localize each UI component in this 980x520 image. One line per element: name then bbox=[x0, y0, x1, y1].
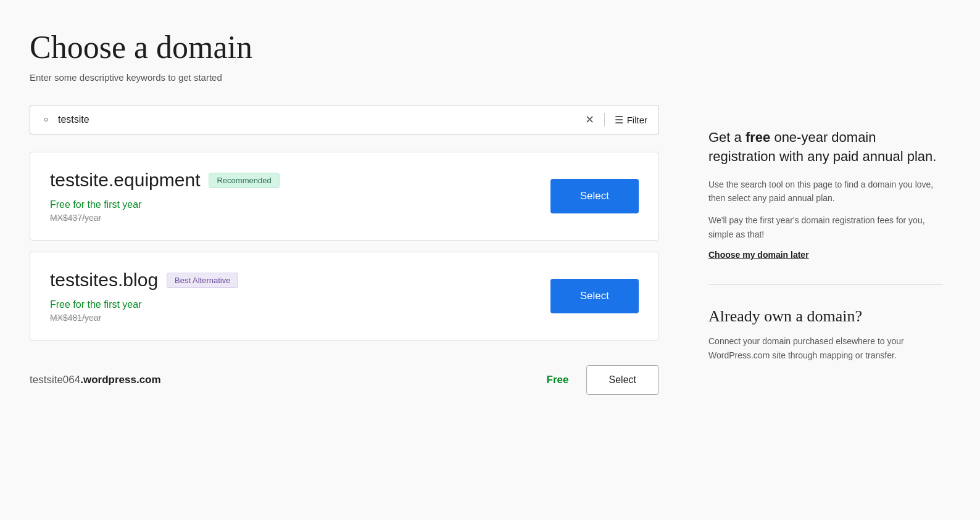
domain-price-free-1: Free for the first year bbox=[50, 199, 550, 210]
select-button-1[interactable]: Select bbox=[550, 179, 639, 213]
domain-card-1-info: testsite.equipment Recommended Free for … bbox=[50, 170, 550, 223]
domain-name-row-2: testsites.blog Best Alternative bbox=[50, 270, 550, 291]
domain-card-1: testsite.equipment Recommended Free for … bbox=[30, 152, 659, 241]
promo-desc-2: We'll pay the first year's domain regist… bbox=[708, 213, 943, 241]
filter-icon: ☰ bbox=[615, 114, 623, 126]
domain-name-2: testsites.blog bbox=[50, 270, 158, 291]
search-icon: ⚬ bbox=[41, 113, 51, 126]
filter-button[interactable]: ☰ Filter bbox=[615, 114, 647, 126]
sidebar-divider bbox=[708, 284, 943, 285]
promo-desc-1: Use the search tool on this page to find… bbox=[708, 178, 943, 205]
promo-title: Get a free one-year domain registration … bbox=[708, 128, 943, 167]
free-domain-row: testsite064.wordpress.com Free Select bbox=[30, 352, 659, 400]
domain-name-row-1: testsite.equipment Recommended bbox=[50, 170, 550, 191]
own-domain-desc: Connect your domain purchased elsewhere … bbox=[708, 334, 943, 362]
own-domain-title: Already own a domain? bbox=[708, 307, 943, 326]
search-bar: ⚬ ✕ ☰ Filter bbox=[30, 105, 659, 134]
search-input[interactable] bbox=[58, 114, 578, 125]
own-domain-section: Already own a domain? Connect your domai… bbox=[708, 307, 943, 362]
domain-price-free-2: Free for the first year bbox=[50, 299, 550, 310]
domain-price-original-2: MX$481/year bbox=[50, 313, 550, 323]
domain-badge-2: Best Alternative bbox=[167, 273, 238, 288]
free-domain-name: testsite064.wordpress.com bbox=[30, 374, 161, 386]
page-title: Choose a domain bbox=[30, 30, 659, 65]
domain-price-original-1: MX$437/year bbox=[50, 213, 550, 223]
promo-box: Get a free one-year domain registration … bbox=[708, 128, 943, 260]
search-divider bbox=[604, 113, 605, 126]
free-domain-select-button[interactable]: Select bbox=[586, 365, 659, 395]
filter-label: Filter bbox=[627, 115, 647, 125]
domain-badge-1: Recommended bbox=[209, 173, 279, 188]
search-clear-button[interactable]: ✕ bbox=[585, 114, 594, 125]
choose-later-link[interactable]: Choose my domain later bbox=[708, 250, 943, 260]
free-domain-price-label: Free bbox=[547, 374, 569, 386]
select-button-2[interactable]: Select bbox=[550, 279, 639, 313]
domain-card-2: testsites.blog Best Alternative Free for… bbox=[30, 252, 659, 340]
domain-card-2-info: testsites.blog Best Alternative Free for… bbox=[50, 270, 550, 323]
domain-name-1: testsite.equipment bbox=[50, 170, 200, 191]
page-subtitle: Enter some descriptive keywords to get s… bbox=[30, 72, 659, 83]
